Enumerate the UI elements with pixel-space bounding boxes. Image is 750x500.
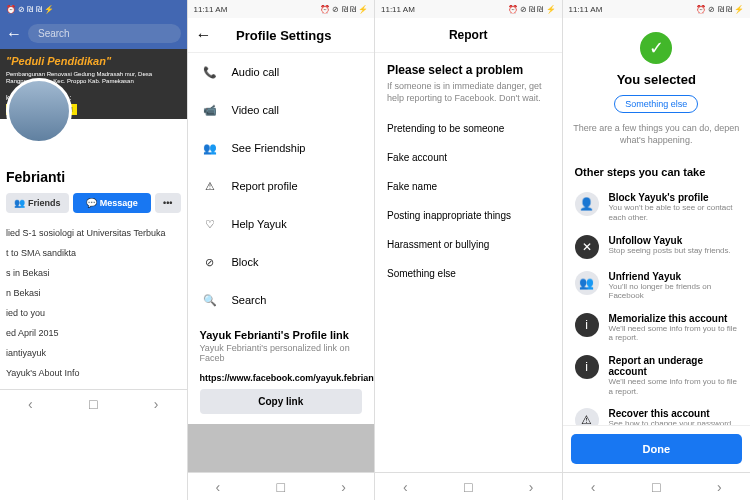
info-item[interactable]: Yayuk's About Info	[6, 363, 181, 383]
back-icon[interactable]: ←	[196, 26, 212, 44]
status-icons: ⏰ ⊘ ₪ ₪ ⚡	[696, 5, 744, 14]
nav-recent-icon[interactable]: ›	[154, 396, 159, 412]
copy-link-button[interactable]: Copy link	[200, 389, 363, 414]
audio-call-item[interactable]: 📞Audio call	[188, 53, 375, 91]
done-button[interactable]: Done	[571, 434, 743, 464]
profile-link-section: Yayuk Febrianti's Profile link Yayuk Feb…	[188, 319, 375, 424]
selected-title: You selected	[617, 72, 696, 87]
problem-item[interactable]: Something else	[387, 259, 550, 288]
screen-profile-settings: 11:11 AM ⏰ ⊘ ₪ ₪ ⚡ ← Profile Settings 📞A…	[188, 0, 376, 500]
block-icon: 👤	[575, 192, 599, 216]
screen-report: 11:11 AM ⏰ ⊘ ₪ ₪ ⚡ Report Please select …	[375, 0, 563, 500]
report-description: If someone is in immediate danger, get h…	[387, 81, 550, 104]
nav-recent-icon[interactable]: ›	[529, 479, 534, 495]
info-item[interactable]: ied to you	[6, 303, 181, 323]
status-bar: 11:11 AM ⏰ ⊘ ₪ ₪ ⚡	[375, 0, 562, 18]
report-icon: ⚠	[200, 176, 220, 196]
page-title: Report	[375, 18, 562, 53]
info-icon: i	[575, 313, 599, 337]
status-icons: ⏰ ⊘ ₪ ₪ ⚡	[320, 5, 368, 14]
step-underage[interactable]: iReport an underage accountWe'll need so…	[575, 349, 739, 402]
status-icons: ⏰ ⊘ ₪ ₪ ⚡	[6, 5, 54, 14]
status-bar: 11:11 AM ⏰ ⊘ ₪ ₪ ⚡	[563, 0, 751, 18]
settings-list: 📞Audio call 📹Video call 👥See Friendship …	[188, 53, 375, 319]
messenger-icon: 💬	[86, 198, 97, 208]
avatar[interactable]	[6, 78, 72, 144]
status-bar: ⏰ ⊘ ₪ ₪ ⚡	[0, 0, 187, 18]
steps-title: Other steps you can take	[575, 166, 739, 178]
link-url: https://www.facebook.com/yayuk.febrianti…	[200, 373, 363, 383]
report-heading: Please select a problem	[387, 63, 550, 77]
status-time: 11:11 AM	[569, 5, 603, 14]
status-time: 11:11 AM	[381, 5, 415, 14]
block-icon: ⊘	[200, 252, 220, 272]
nav-home-icon[interactable]: □	[464, 479, 472, 495]
info-item[interactable]: n Bekasi	[6, 283, 181, 303]
report-profile-item[interactable]: ⚠Report profile	[188, 167, 375, 205]
problem-item[interactable]: Fake name	[387, 172, 550, 201]
nav-recent-icon[interactable]: ›	[341, 479, 346, 495]
unfollow-icon: ✕	[575, 235, 599, 259]
problem-item[interactable]: Posting inappropriate things	[387, 201, 550, 230]
nav-recent-icon[interactable]: ›	[717, 479, 722, 495]
nav-bar: ‹ □ ›	[188, 472, 375, 500]
problem-item[interactable]: Pretending to be someone	[387, 114, 550, 143]
video-icon: 📹	[200, 100, 220, 120]
empty-area	[188, 424, 375, 472]
see-friendship-item[interactable]: 👥See Friendship	[188, 129, 375, 167]
link-subtitle: Yayuk Febrianti's personalized link on F…	[200, 343, 363, 363]
step-recover[interactable]: ⚠Recover this accountSee how to change y…	[575, 402, 739, 425]
nav-home-icon[interactable]: □	[277, 479, 285, 495]
screen-profile: ⏰ ⊘ ₪ ₪ ⚡ ← "Peduli Pendidikan" Pembangu…	[0, 0, 188, 500]
screen-you-selected: 11:11 AM ⏰ ⊘ ₪ ₪ ⚡ ✓ You selected Someth…	[563, 0, 751, 500]
nav-home-icon[interactable]: □	[89, 396, 97, 412]
status-time: 11:11 AM	[194, 5, 228, 14]
info-item[interactable]: ed April 2015	[6, 323, 181, 343]
nav-bar: ‹ □ ›	[563, 472, 751, 500]
problem-item[interactable]: Fake account	[387, 143, 550, 172]
page-title: Profile Settings	[222, 28, 347, 43]
nav-bar: ‹ □ ›	[0, 389, 187, 417]
header: ← Profile Settings	[188, 18, 375, 53]
info-icon: i	[575, 355, 599, 379]
step-block[interactable]: 👤Block Yayuk's profileYou won't be able …	[575, 186, 739, 228]
status-icons: ⏰ ⊘ ₪ ₪ ⚡	[508, 5, 556, 14]
help-icon: ♡	[200, 214, 220, 234]
info-item[interactable]: s in Bekasi	[6, 263, 181, 283]
status-bar: 11:11 AM ⏰ ⊘ ₪ ₪ ⚡	[188, 0, 375, 18]
step-memorialize[interactable]: iMemorialize this accountWe'll need some…	[575, 307, 739, 349]
video-call-item[interactable]: 📹Video call	[188, 91, 375, 129]
success-check-icon: ✓	[640, 32, 672, 64]
link-title: Yayuk Febrianti's Profile link	[200, 329, 363, 341]
profile-name: Febrianti	[6, 169, 181, 185]
nav-back-icon[interactable]: ‹	[216, 479, 221, 495]
step-unfollow[interactable]: ✕Unfollow YayukStop seeing posts but sta…	[575, 229, 739, 265]
phone-icon: 📞	[200, 62, 220, 82]
info-item[interactable]: t to SMA sandikta	[6, 243, 181, 263]
block-item[interactable]: ⊘Block	[188, 243, 375, 281]
cover-title: "Peduli Pendidikan"	[6, 55, 111, 67]
back-icon[interactable]: ←	[6, 25, 22, 43]
nav-back-icon[interactable]: ‹	[28, 396, 33, 412]
info-item[interactable]: iantiyayuk	[6, 343, 181, 363]
info-item[interactable]: lied S-1 sosiologi at Universitas Terbuk…	[6, 223, 181, 243]
search-bar: ←	[0, 18, 187, 49]
message-button[interactable]: 💬Message	[73, 193, 152, 213]
step-unfriend[interactable]: 👥Unfriend YayukYou'll no longer be frien…	[575, 265, 739, 307]
selected-chip[interactable]: Something else	[614, 95, 698, 113]
friends-icon: 👥	[200, 138, 220, 158]
problem-item[interactable]: Harassment or bullying	[387, 230, 550, 259]
about-list: lied S-1 sosiologi at Universitas Terbuk…	[6, 223, 181, 383]
search-icon: 🔍	[200, 290, 220, 310]
nav-home-icon[interactable]: □	[652, 479, 660, 495]
search-input[interactable]	[28, 24, 181, 43]
nav-back-icon[interactable]: ‹	[591, 479, 596, 495]
friends-icon: 👥	[14, 198, 25, 208]
nav-back-icon[interactable]: ‹	[403, 479, 408, 495]
unfriend-icon: 👥	[575, 271, 599, 295]
friends-button[interactable]: 👥Friends	[6, 193, 69, 213]
search-item[interactable]: 🔍Search	[188, 281, 375, 319]
nav-bar: ‹ □ ›	[375, 472, 562, 500]
more-button[interactable]: •••	[155, 193, 180, 213]
help-item[interactable]: ♡Help Yayuk	[188, 205, 375, 243]
